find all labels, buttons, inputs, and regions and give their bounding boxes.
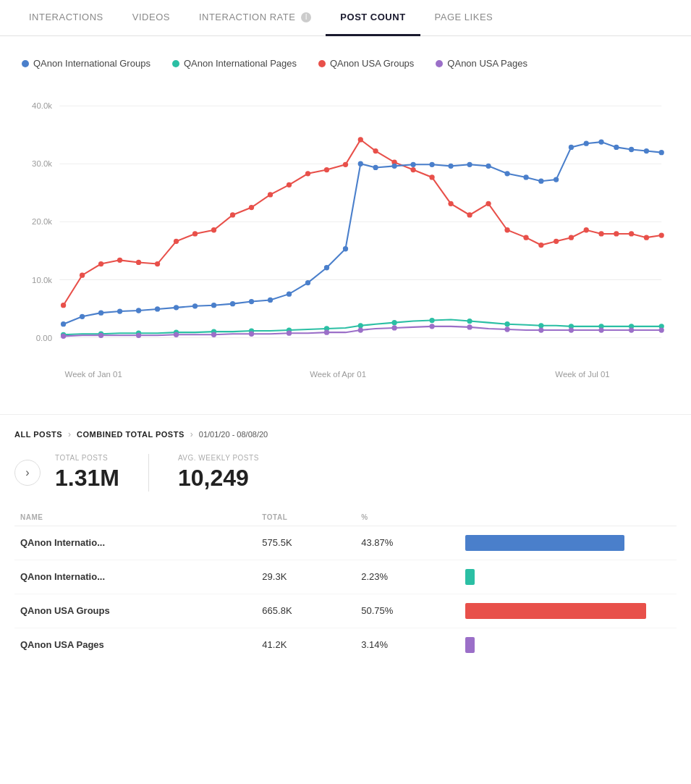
svg-point-66 xyxy=(391,164,397,169)
breadcrumb-combined-total[interactable]: COMBINED TOTAL POSTS xyxy=(77,430,185,439)
svg-point-33 xyxy=(429,174,434,180)
row-pct: 43.87% xyxy=(355,526,459,560)
svg-point-67 xyxy=(410,162,415,167)
row-bar-cell xyxy=(459,628,677,662)
svg-point-110 xyxy=(391,325,397,330)
svg-point-93 xyxy=(429,318,434,323)
bar-wrap xyxy=(465,637,671,653)
svg-point-21 xyxy=(211,227,216,232)
svg-point-64 xyxy=(358,161,363,167)
svg-point-28 xyxy=(343,162,348,167)
svg-point-70 xyxy=(467,162,472,167)
bar-wrap xyxy=(465,603,671,619)
svg-point-55 xyxy=(192,303,198,308)
svg-point-42 xyxy=(584,227,589,232)
avg-weekly-value: 10,249 xyxy=(178,465,259,492)
row-pct: 2.23% xyxy=(355,560,459,594)
tab-page-likes[interactable]: PAGE LIKES xyxy=(420,0,508,36)
svg-text:Week of Apr 01: Week of Apr 01 xyxy=(310,370,366,379)
table-row: QAnon Internatio... 29.3K 2.23% xyxy=(14,560,677,594)
svg-point-106 xyxy=(249,332,254,337)
legend-item-intl-groups: QAnon International Groups xyxy=(22,58,151,69)
svg-point-24 xyxy=(268,192,273,197)
stats-numbers: TOTAL POSTS 1.31M AVG. WEEKLY POSTS 10,2… xyxy=(55,454,259,492)
col-total: TOTAL xyxy=(256,509,355,526)
svg-point-92 xyxy=(391,320,397,325)
avg-weekly-block: AVG. WEEKLY POSTS 10,249 xyxy=(178,454,259,492)
legend-dot-intl-pages xyxy=(172,60,179,67)
svg-point-62 xyxy=(324,265,329,270)
svg-point-111 xyxy=(429,324,434,329)
svg-point-61 xyxy=(305,280,310,285)
data-table: NAME TOTAL % QAnon Internatio... 575.5K … xyxy=(14,509,677,662)
svg-point-46 xyxy=(644,235,649,240)
col-bar xyxy=(459,509,677,526)
breadcrumb-date: 01/01/20 - 08/08/20 xyxy=(199,430,268,439)
svg-point-16 xyxy=(117,258,122,263)
svg-point-18 xyxy=(155,261,160,266)
row-total: 41.2K xyxy=(256,628,355,662)
svg-point-45 xyxy=(629,231,634,236)
row-name: QAnon Internatio... xyxy=(14,526,256,560)
svg-point-115 xyxy=(569,327,574,332)
svg-point-114 xyxy=(538,327,543,332)
stats-divider xyxy=(148,454,149,492)
svg-point-91 xyxy=(358,323,363,328)
svg-point-74 xyxy=(538,179,543,184)
svg-point-43 xyxy=(598,231,603,236)
svg-point-78 xyxy=(598,139,603,144)
svg-point-95 xyxy=(504,321,509,326)
svg-point-49 xyxy=(80,314,85,319)
chart-area: 40.0k 30.0k 20.0k 10.0k 0.00 Week of Jan… xyxy=(14,83,677,400)
svg-point-20 xyxy=(192,231,198,236)
svg-point-63 xyxy=(343,246,348,251)
chart-legend: QAnon International Groups QAnon Interna… xyxy=(22,58,677,69)
chevron-button[interactable]: › xyxy=(14,460,41,486)
svg-point-27 xyxy=(324,167,329,172)
svg-point-77 xyxy=(584,141,589,146)
row-name: QAnon USA Groups xyxy=(14,594,256,628)
svg-text:10.0k: 10.0k xyxy=(32,276,52,284)
bar-wrap xyxy=(465,535,671,551)
svg-point-41 xyxy=(569,235,574,240)
tab-bar: INTERACTIONS VIDEOS INTERACTION RATE i P… xyxy=(0,0,691,36)
row-pct: 50.75% xyxy=(355,594,459,628)
svg-point-54 xyxy=(174,305,179,310)
svg-point-37 xyxy=(504,227,509,232)
svg-text:0.00: 0.00 xyxy=(36,334,52,342)
svg-point-32 xyxy=(410,167,415,172)
svg-text:20.0k: 20.0k xyxy=(32,217,52,226)
stats-row: › TOTAL POSTS 1.31M AVG. WEEKLY POSTS 10… xyxy=(14,454,677,492)
svg-point-101 xyxy=(61,334,66,339)
info-icon[interactable]: i xyxy=(301,12,311,22)
svg-text:Week of Jul 01: Week of Jul 01 xyxy=(555,370,609,379)
svg-point-118 xyxy=(659,327,664,332)
svg-point-107 xyxy=(287,331,292,336)
total-posts-label: TOTAL POSTS xyxy=(55,454,119,462)
svg-point-96 xyxy=(538,323,543,328)
chart-section: QAnon International Groups QAnon Interna… xyxy=(0,36,691,407)
tab-interactions[interactable]: INTERACTIONS xyxy=(14,0,118,36)
svg-point-65 xyxy=(373,165,378,170)
svg-point-34 xyxy=(448,201,453,206)
svg-point-40 xyxy=(554,239,559,244)
svg-point-22 xyxy=(230,212,235,217)
row-name: QAnon Internatio... xyxy=(14,560,256,594)
tab-videos[interactable]: VIDEOS xyxy=(118,0,185,36)
svg-point-71 xyxy=(486,164,491,169)
legend-dot-intl-groups xyxy=(22,60,29,67)
legend-item-intl-pages: QAnon International Pages xyxy=(172,58,297,69)
svg-point-102 xyxy=(98,333,103,338)
breadcrumb-all-posts[interactable]: ALL POSTS xyxy=(14,430,62,439)
svg-point-59 xyxy=(268,298,273,303)
breadcrumb-sep-2: › xyxy=(190,429,193,439)
svg-point-94 xyxy=(467,319,472,324)
svg-point-75 xyxy=(554,177,559,182)
svg-point-112 xyxy=(467,324,472,329)
tab-interaction-rate[interactable]: INTERACTION RATE i xyxy=(185,0,326,36)
tab-post-count[interactable]: POST COUNT xyxy=(326,0,420,36)
svg-point-82 xyxy=(659,150,664,155)
row-bar-cell xyxy=(459,526,677,560)
svg-point-109 xyxy=(358,327,363,332)
legend-dot-usa-groups xyxy=(318,60,326,67)
